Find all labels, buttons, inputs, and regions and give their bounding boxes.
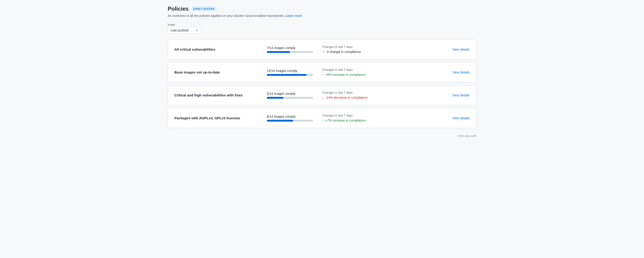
change-direction-icon: ↓ (322, 96, 324, 99)
change-indicator: ↑ +7% increase in compliance (322, 119, 452, 122)
policy-card: All critical vulnerabilities 7/14 images… (168, 39, 476, 59)
change-indicator: ↔ 0 change in compliance (322, 50, 452, 54)
page-header: Policies EARLY ACCESS (168, 6, 476, 12)
changes-title: Changes in last 7 days (322, 45, 452, 49)
learn-more-link[interactable]: Learn more (286, 14, 302, 18)
change-direction-icon: ↑ (322, 119, 324, 122)
policy-compliance: 7/14 images comply (267, 46, 322, 53)
policy-name: Critical and high vulnerabilities with f… (174, 93, 267, 97)
change-text: 0 change in compliance (327, 50, 361, 54)
change-text: -14% decrease in compliance (325, 96, 368, 99)
policy-card: Packages with AGPLv3, GPLv3 licenses 8/1… (168, 108, 476, 128)
changes-title: Changes in last 7 days (322, 68, 452, 71)
change-direction-icon: ↔ (322, 50, 326, 54)
progress-bar-fill (267, 74, 306, 76)
policy-changes: Changes in last 7 days ↓ -14% decrease i… (322, 91, 452, 99)
changes-title: Changes in last 7 days (322, 91, 452, 94)
changes-title: Changes in last 7 days (322, 114, 452, 117)
progress-bar-container (267, 97, 313, 99)
early-access-badge: EARLY ACCESS (192, 7, 217, 11)
view-details-link[interactable]: View details (452, 48, 470, 51)
policy-compliance: 8/14 images comply (267, 115, 322, 122)
change-direction-icon: ↑ (322, 73, 324, 77)
policy-card: Critical and high vulnerabilities with f… (168, 85, 476, 105)
view-details-link[interactable]: View details (452, 116, 470, 120)
progress-bar-container (267, 74, 313, 76)
policy-changes: Changes in last 7 days ↑ +7% increase in… (322, 114, 452, 122)
image-filter-wrapper: Last pushed All images ▾ (168, 27, 200, 34)
progress-bar-fill (267, 51, 290, 53)
progress-bar-fill (267, 120, 293, 122)
filter-section: Image Last pushed All images ▾ (168, 23, 476, 34)
filter-label: Image (168, 23, 476, 26)
view-details-link[interactable]: View details (452, 93, 470, 97)
policy-card: Base images not up-to-date 12/14 images … (168, 62, 476, 82)
policy-compliance: 5/14 images comply (267, 92, 322, 99)
progress-bar-fill (267, 97, 284, 99)
page-description: An overview of all the policies applied … (168, 14, 476, 18)
policy-changes: Changes in last 7 days ↑ +6% increase in… (322, 68, 452, 77)
policy-changes: Changes in last 7 days ↔ 0 change in com… (322, 45, 452, 54)
policies-list: All critical vulnerabilities 7/14 images… (168, 39, 476, 131)
view-details-link[interactable]: View details (452, 71, 470, 74)
compliance-text: 12/14 images comply (267, 69, 322, 73)
change-indicator: ↑ +6% increase in compliance (322, 73, 452, 77)
page-title: Policies (168, 6, 189, 12)
change-indicator: ↓ -14% decrease in compliance (322, 96, 452, 99)
image-filter-select[interactable]: Last pushed All images (168, 27, 200, 34)
policy-name: Base images not up-to-date (174, 70, 267, 74)
compliance-text: 5/14 images comply (267, 92, 322, 96)
compliance-text: 7/14 images comply (267, 46, 322, 50)
page-container: Policies EARLY ACCESS An overview of all… (160, 0, 484, 143)
progress-bar-container (267, 120, 313, 122)
change-text: +6% increase in compliance (325, 73, 366, 77)
policy-name: All critical vulnerabilities (174, 47, 267, 51)
change-text: +7% increase in compliance (325, 119, 366, 122)
policy-name: Packages with AGPLv3, GPLv3 licenses (174, 116, 267, 120)
compliance-text: 8/14 images comply (267, 115, 322, 118)
policy-compliance: 12/14 images comply (267, 69, 322, 76)
footer-text: CS0H @jcLee99 (168, 135, 476, 137)
progress-bar-container (267, 51, 313, 53)
